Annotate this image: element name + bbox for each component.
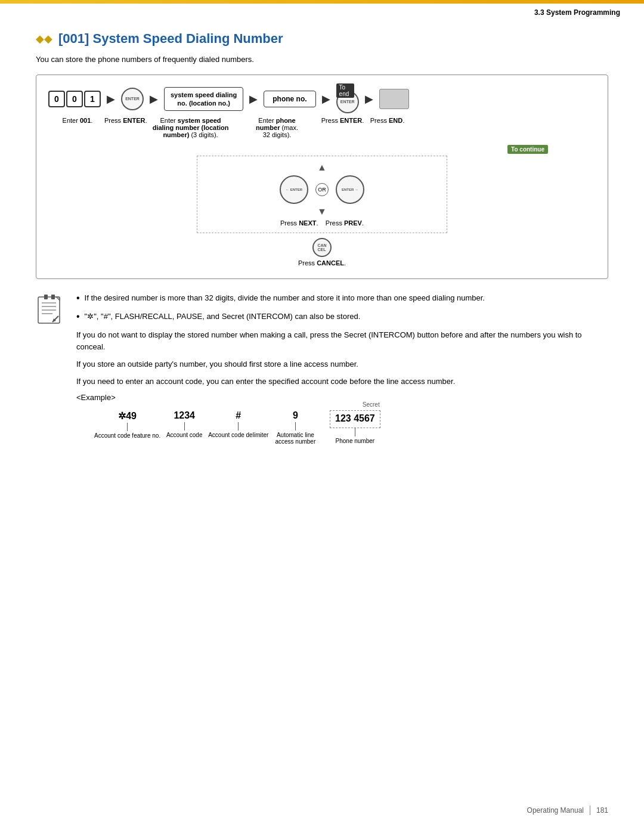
cancel-btn-icon: CANCEL [312,238,332,257]
subtitle: You can store the phone numbers of frequ… [36,55,608,64]
footer-text: Operating Manual [527,806,584,815]
to-end-container: To end ENTER [336,85,359,113]
example-label-1: Account code feature no. [94,432,160,439]
example-value-4: 9 [293,410,298,421]
example-label-2: Account code [166,432,203,438]
svg-marker-7 [56,297,60,301]
diagram-box: 0 0 1 ▶ ENTER ▶ system speed dialingno. … [36,75,608,279]
bullet-dot-1: • [76,292,80,305]
example-value-1: ✲49 [118,410,137,422]
label-line-4 [295,422,296,431]
note-para-1: If you do not want to display the stored… [76,329,608,354]
caption-step1: Enter 001. [51,117,104,124]
label-line-1 [127,423,128,431]
footer: Operating Manual 181 [0,806,644,815]
arrow-4: ▶ [322,92,330,106]
key-0-second: 0 [66,91,83,107]
arrow-1: ▶ [107,92,115,106]
nav-dashed-box: ▲ ← ENTER OR ENTER → [197,156,447,233]
to-end-label: To end [336,83,354,98]
content: ◆◆ [001] System Speed Dialing Number You… [0,19,644,478]
secret-label: Secret [363,401,380,408]
enter-nav-left: ← ENTER [280,175,308,204]
page-container: 3.3 System Programming ◆◆ [001] System S… [0,0,644,833]
up-arrow-nav: ▲ [317,162,327,173]
press-next-prev: Press NEXT. Press PREV. [280,219,364,227]
caption-step5: Press ENTER. [319,117,367,124]
key-1: 1 [84,91,101,107]
label-line-5 [355,428,355,436]
example-item-2: 1234 Account code [160,410,208,438]
example-title: <Example> [76,393,608,402]
bullet-item-1: • If the desired number is more than 32 … [76,292,608,305]
bullet-item-2: • "✲", "#", FLASH/RECALL, PAUSE, and Sec… [76,311,608,323]
cancel-icon-container: CANCEL [312,238,332,257]
example-item-1: ✲49 Account code feature no. [94,410,160,439]
note-para-2: If you store an outside party's number, … [76,358,608,371]
diamond-icons: ◆◆ [36,32,52,45]
down-arrow-nav: ▼ [317,206,327,217]
notepad-icon-svg [36,292,64,327]
arrow-5: ▶ [365,92,373,106]
example-value-3: # [236,410,241,421]
arrow-3: ▶ [249,92,258,106]
page-number: 181 [596,806,608,815]
main-title: [001] System Speed Dialing Number [58,31,283,47]
nav-btns-row: ← ENTER OR ENTER → [280,175,364,204]
example-label-4: Automatic lineaccess number [275,432,315,445]
bullet-dot-2: • [76,311,80,323]
phone-no-box: phone no. [264,91,315,107]
caption-step2: Press ENTER. [104,117,147,124]
svg-rect-5 [44,295,48,299]
note-para-3: If you need to enter an account code, yo… [76,376,608,388]
footer-divider [590,806,590,815]
example-value-5: 123 4567 [335,413,375,424]
example-item-5: Secret 123 4567 Phone number [322,410,388,444]
label-line-2 [184,422,185,431]
example-item-4: 9 Automatic lineaccess number [268,410,322,445]
caption-step3: Enter system speeddialing number (locati… [152,117,230,138]
example-item-3: # Account code delimiter [208,410,268,438]
note-icon [36,292,66,328]
example-label-3: Account code delimiter [208,432,268,438]
enter-btn-1: ENTER [121,88,144,110]
caption-step6: Press END. [367,117,408,124]
press-cancel: Press CANCEL. [298,259,346,267]
notes-section: • If the desired number is more than 32 … [36,292,608,445]
example-label-5: Phone number [336,438,375,444]
example-value-2: 1234 [174,410,195,421]
header-bar [0,0,644,4]
page-title-row: ◆◆ [001] System Speed Dialing Number [36,31,608,47]
system-speed-label-box: system speed dialingno. (location no.) [164,87,243,112]
notes-content: • If the desired number is more than 32 … [76,292,608,445]
svg-rect-6 [51,295,55,299]
gray-end-box [379,89,409,109]
secret-dashed-box: Secret 123 4567 [330,410,380,428]
to-continue-label: To continue [507,145,548,154]
key-0-first: 0 [48,91,65,107]
label-line-3 [238,422,239,431]
arrow-2: ▶ [150,92,158,106]
caption-step4: Enter phonenumber (max.32 digits). [242,117,313,138]
or-circle: OR [315,183,329,196]
enter-nav-right: ENTER → [336,175,364,204]
section-title: 3.3 System Programming [534,8,620,17]
keys-group: 0 0 1 [48,91,101,107]
header-top: 3.3 System Programming [0,4,644,19]
example-diagram: ✲49 Account code feature no. 1234 Accoun… [94,410,608,445]
